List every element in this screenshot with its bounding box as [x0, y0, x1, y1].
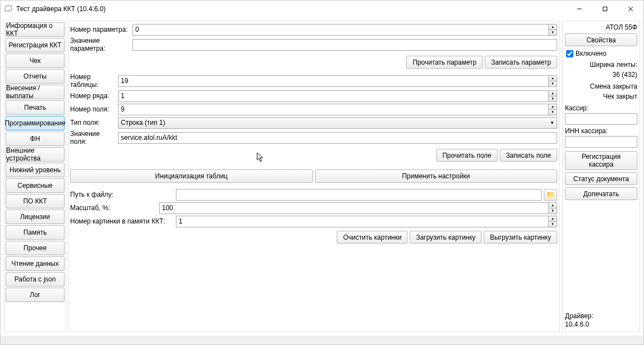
read-param-button[interactable]: Прочитать параметр	[406, 56, 483, 69]
cashier-inn-label: ИНН кассира:	[565, 127, 637, 135]
enabled-label: Включено	[576, 50, 606, 57]
properties-button[interactable]: Свойства	[565, 33, 637, 46]
check-status: Чек закрыт	[565, 93, 637, 101]
driver-version: 10.4.6.0	[565, 320, 637, 329]
apply-settings-button[interactable]: Применить настройки	[315, 169, 558, 183]
field-type-value: Строка (тип 1)	[121, 119, 165, 127]
cashier-label: Кассир:	[565, 104, 637, 112]
register-cashier-button[interactable]: Регистрация кассира	[565, 151, 637, 170]
minimize-button[interactable]	[567, 1, 592, 17]
nav-button-15[interactable]: Чтение данных	[6, 256, 65, 271]
nav-button-9[interactable]: Нижний уровень	[6, 163, 65, 177]
nav-column: Информация о ККТРегистрация ККТЧекОтчеты…	[4, 21, 66, 332]
status-bar	[1, 336, 643, 344]
cashier-inn-input[interactable]	[565, 136, 637, 148]
browse-button[interactable]: 📁	[544, 189, 557, 201]
shift-status: Смена закрыта	[565, 82, 637, 91]
label-row-number: Номер ряда:	[70, 92, 118, 100]
svg-rect-1	[603, 7, 607, 11]
table-number-input[interactable]	[118, 75, 548, 87]
nav-button-8[interactable]: Внешние устройства	[6, 147, 65, 162]
field-number-input[interactable]	[118, 104, 548, 115]
label-param-number: Номер параметра:	[70, 26, 132, 33]
app-icon	[4, 4, 13, 13]
label-field-type: Тип поля:	[70, 119, 118, 127]
field-number-up[interactable]: ▲	[548, 104, 557, 109]
driver-label: Драйвер:	[565, 312, 637, 321]
nav-button-2[interactable]: Чек	[6, 54, 65, 68]
scale-up[interactable]: ▲	[548, 202, 557, 208]
nav-button-3[interactable]: Отчеты	[6, 69, 65, 84]
nav-button-14[interactable]: Прочее	[6, 241, 65, 255]
field-number-down[interactable]: ▼	[548, 109, 557, 115]
close-button[interactable]	[618, 1, 643, 17]
side-panel: АТОЛ 55Ф Свойства Включено Ширина ленты:…	[562, 21, 640, 332]
param-number-input[interactable]	[132, 24, 548, 36]
nav-button-10[interactable]: Сервисные	[6, 178, 65, 193]
image-number-up[interactable]: ▲	[548, 216, 557, 221]
field-type-combo[interactable]: Строка (тип 1) ▼	[118, 117, 557, 129]
label-param-value: Значение параметра:	[70, 37, 132, 52]
nav-button-4[interactable]: Внесения / выплаты	[6, 85, 65, 99]
nav-button-16[interactable]: Работа с json	[6, 272, 65, 286]
chevron-down-icon: ▼	[550, 120, 554, 125]
write-param-button[interactable]: Записать параметр	[485, 56, 557, 69]
write-field-button[interactable]: Записать поле	[500, 149, 557, 162]
field-value-input[interactable]	[118, 132, 557, 144]
file-path-input[interactable]	[176, 189, 542, 201]
register-cashier-l2: кассира	[589, 161, 613, 168]
main-panel: Номер параметра: ▲ ▼ Значение параметра:…	[68, 21, 560, 332]
row-number-up[interactable]: ▲	[548, 90, 557, 96]
param-value-input[interactable]	[132, 39, 557, 51]
nav-button-17[interactable]: Лог	[6, 288, 65, 302]
register-cashier-l1: Регистрация	[582, 153, 621, 161]
label-file-path: Путь к файлу:	[70, 191, 176, 198]
init-tables-button[interactable]: Инициализация таблиц	[70, 169, 313, 183]
nav-button-11[interactable]: ПО ККТ	[6, 194, 65, 208]
nav-button-6[interactable]: Программирование	[6, 116, 65, 130]
device-name: АТОЛ 55Ф	[565, 23, 637, 31]
enabled-checkbox[interactable]	[566, 50, 573, 57]
row-number-down[interactable]: ▼	[548, 96, 557, 102]
maximize-button[interactable]	[592, 1, 618, 17]
folder-icon: 📁	[546, 191, 555, 199]
clear-images-button[interactable]: Очистить картинки	[337, 231, 407, 244]
unload-image-button[interactable]: Выгрузить картинку	[484, 231, 557, 244]
param-number-down[interactable]: ▼	[548, 30, 557, 36]
scale-input[interactable]	[159, 202, 548, 214]
label-field-number: Номер поля:	[70, 105, 118, 113]
tape-width-label: Ширина ленты:	[565, 61, 637, 70]
cashier-input[interactable]	[565, 113, 637, 125]
row-number-input[interactable]	[118, 90, 548, 102]
scale-down[interactable]: ▼	[548, 208, 557, 214]
nav-button-12[interactable]: Лицензии	[6, 210, 65, 224]
titlebar: Тест драйвера ККТ (10.4.6.0)	[1, 1, 643, 17]
label-scale: Масштаб, %:	[70, 204, 159, 212]
reprint-button[interactable]: Допечатать	[565, 187, 637, 200]
image-number-down[interactable]: ▼	[548, 221, 557, 227]
table-number-down[interactable]: ▼	[548, 81, 557, 87]
window-title: Тест драйвера ККТ (10.4.6.0)	[16, 5, 106, 13]
nav-button-5[interactable]: Печать	[6, 100, 65, 115]
load-image-button[interactable]: Загрузить картинку	[410, 231, 481, 244]
label-image-number: Номер картинки в памяти ККТ:	[70, 217, 176, 225]
tape-width-value: 36 (432)	[565, 71, 637, 80]
read-field-button[interactable]: Прочитать поле	[436, 149, 498, 162]
nav-button-13[interactable]: Память	[6, 225, 65, 240]
nav-button-7[interactable]: ФН	[6, 132, 65, 146]
param-number-up[interactable]: ▲	[548, 24, 557, 30]
enabled-checkbox-wrap[interactable]: Включено	[566, 50, 637, 57]
nav-button-1[interactable]: Регистрация ККТ	[6, 38, 65, 52]
label-table-number: Номер таблицы:	[70, 73, 118, 89]
nav-button-0[interactable]: Информация о ККТ	[6, 22, 65, 37]
doc-status-button[interactable]: Статус документа	[565, 172, 637, 185]
table-number-up[interactable]: ▲	[548, 75, 557, 81]
label-field-value: Значение поля:	[70, 130, 118, 145]
image-number-input[interactable]	[176, 216, 548, 227]
